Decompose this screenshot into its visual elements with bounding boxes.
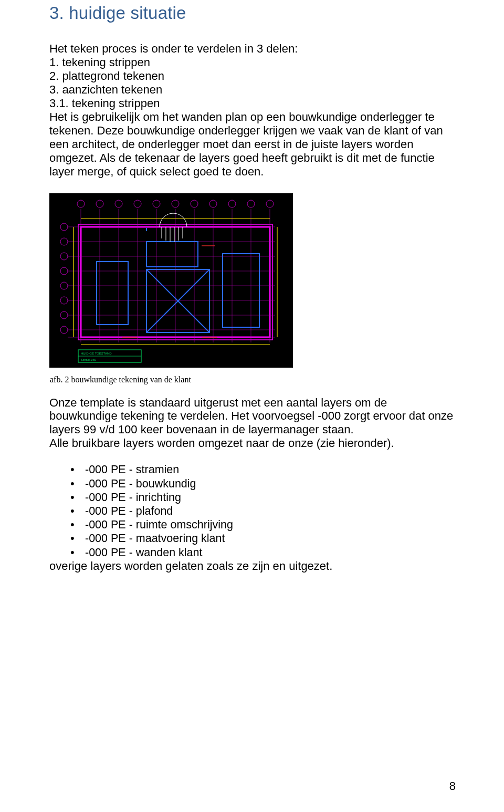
svg-point-34 bbox=[60, 238, 68, 245]
svg-point-36 bbox=[60, 267, 68, 275]
layer-item: -000 PE - stramien bbox=[85, 463, 457, 476]
svg-point-25 bbox=[134, 200, 141, 207]
cad-drawing-thumbnail: HUIDIGE TOESTAND Schaal 1:50 bbox=[49, 193, 293, 368]
step-1: 1. tekening strippen bbox=[49, 56, 457, 69]
svg-point-29 bbox=[209, 200, 217, 207]
svg-text:Schaal 1:50: Schaal 1:50 bbox=[81, 358, 96, 361]
svg-point-37 bbox=[60, 282, 68, 289]
layer-list: -000 PE - stramien -000 PE - bouwkundig … bbox=[49, 463, 457, 559]
svg-point-39 bbox=[60, 311, 68, 319]
layer-item: -000 PE - plafond bbox=[85, 504, 457, 518]
paragraph-2: Onze template is standaard uitgerust met… bbox=[49, 396, 457, 437]
svg-point-32 bbox=[266, 200, 274, 207]
closing-line: overige layers worden gelaten zoals ze z… bbox=[49, 559, 457, 573]
intro-line: Het teken proces is onder te verdelen in… bbox=[49, 42, 457, 56]
figure-caption: afb. 2 bouwkundige tekening van de klant bbox=[50, 375, 457, 384]
subsection-heading: 3.1. tekening strippen bbox=[49, 97, 457, 110]
svg-point-31 bbox=[247, 200, 255, 207]
svg-point-30 bbox=[228, 200, 236, 207]
paragraph-1: Het is gebruikelijk om het wanden plan o… bbox=[49, 110, 457, 179]
svg-point-24 bbox=[115, 200, 122, 207]
svg-point-28 bbox=[191, 200, 198, 207]
layer-item: -000 PE - wanden klant bbox=[85, 546, 457, 559]
svg-point-26 bbox=[153, 200, 160, 207]
svg-rect-46 bbox=[223, 254, 259, 327]
layer-item: -000 PE - ruimte omschrijving bbox=[85, 518, 457, 532]
svg-point-35 bbox=[60, 253, 68, 260]
svg-text:HUIDIGE TOESTAND: HUIDIGE TOESTAND bbox=[81, 352, 112, 355]
figure: HUIDIGE TOESTAND Schaal 1:50 bbox=[49, 193, 457, 368]
page-number: 8 bbox=[449, 779, 456, 793]
svg-point-38 bbox=[60, 297, 68, 304]
step-3: 3. aanzichten tekenen bbox=[49, 83, 457, 97]
svg-point-22 bbox=[77, 200, 85, 207]
layer-item: -000 PE - maatvoering klant bbox=[85, 532, 457, 545]
step-2: 2. plattegrond tekenen bbox=[49, 69, 457, 83]
svg-rect-44 bbox=[146, 242, 198, 267]
svg-point-27 bbox=[172, 200, 179, 207]
layer-item: -000 PE - bouwkundig bbox=[85, 477, 457, 491]
paragraph-2b: Alle bruikbare layers worden omgezet naa… bbox=[49, 436, 457, 450]
svg-point-40 bbox=[60, 326, 68, 334]
numbered-list: 1. tekening strippen 2. plattegrond teke… bbox=[49, 56, 457, 97]
section-title: 3. huidige situatie bbox=[49, 3, 457, 23]
svg-point-33 bbox=[60, 223, 68, 231]
layer-item: -000 PE - inrichting bbox=[85, 491, 457, 504]
svg-point-23 bbox=[96, 200, 103, 207]
